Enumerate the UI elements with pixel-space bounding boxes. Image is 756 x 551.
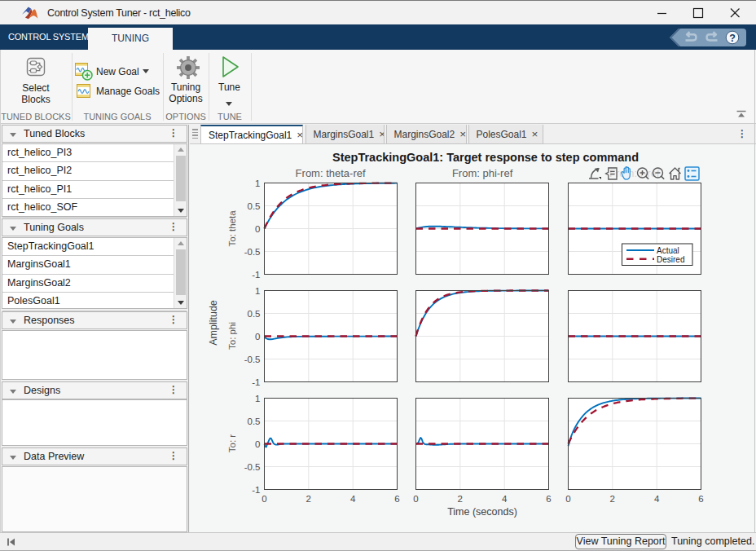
svg-text:2: 2 bbox=[306, 494, 311, 504]
svg-text:6: 6 bbox=[394, 494, 399, 504]
svg-text:Amplitude: Amplitude bbox=[208, 300, 219, 346]
svg-text:Actual: Actual bbox=[657, 246, 679, 255]
svg-text:-1: -1 bbox=[252, 270, 260, 280]
svg-text:-0.5: -0.5 bbox=[244, 355, 261, 364]
svg-text:0.5: 0.5 bbox=[248, 201, 261, 211]
svg-text:-1: -1 bbox=[252, 485, 260, 495]
svg-text:To: phi: To: phi bbox=[227, 322, 237, 350]
svg-text:4: 4 bbox=[502, 494, 508, 504]
svg-text:2: 2 bbox=[610, 494, 615, 504]
svg-text:0: 0 bbox=[255, 224, 260, 234]
svg-text:0: 0 bbox=[413, 494, 418, 504]
svg-text:0.5: 0.5 bbox=[248, 417, 261, 426]
svg-text:0: 0 bbox=[255, 332, 260, 342]
svg-text:4: 4 bbox=[350, 494, 356, 504]
svg-text:6: 6 bbox=[698, 494, 703, 504]
svg-text:StepTrackingGoal1: Target resp: StepTrackingGoal1: Target response to st… bbox=[332, 151, 639, 164]
svg-text:4: 4 bbox=[654, 494, 660, 504]
svg-text:Desired: Desired bbox=[657, 255, 684, 264]
svg-text:1: 1 bbox=[255, 179, 260, 188]
svg-text:-0.5: -0.5 bbox=[244, 462, 261, 472]
svg-text:1: 1 bbox=[255, 286, 260, 296]
svg-text:?: ? bbox=[729, 33, 736, 44]
svg-text:0: 0 bbox=[262, 494, 266, 504]
svg-text:6: 6 bbox=[546, 494, 551, 504]
svg-text:-0.5: -0.5 bbox=[244, 247, 261, 257]
svg-text:To: r: To: r bbox=[227, 434, 237, 453]
svg-text:Time (seconds): Time (seconds) bbox=[447, 506, 517, 518]
svg-text:From: theta-ref: From: theta-ref bbox=[296, 167, 366, 179]
svg-text:-1: -1 bbox=[252, 377, 260, 387]
svg-text:To: theta: To: theta bbox=[227, 210, 237, 247]
svg-text:1: 1 bbox=[255, 394, 260, 403]
svg-text:From: phi-ref: From: phi-ref bbox=[452, 167, 513, 179]
svg-text:0: 0 bbox=[565, 494, 570, 504]
svg-text:2: 2 bbox=[458, 494, 463, 504]
svg-text:0: 0 bbox=[255, 439, 260, 449]
svg-text:0.5: 0.5 bbox=[248, 309, 261, 319]
